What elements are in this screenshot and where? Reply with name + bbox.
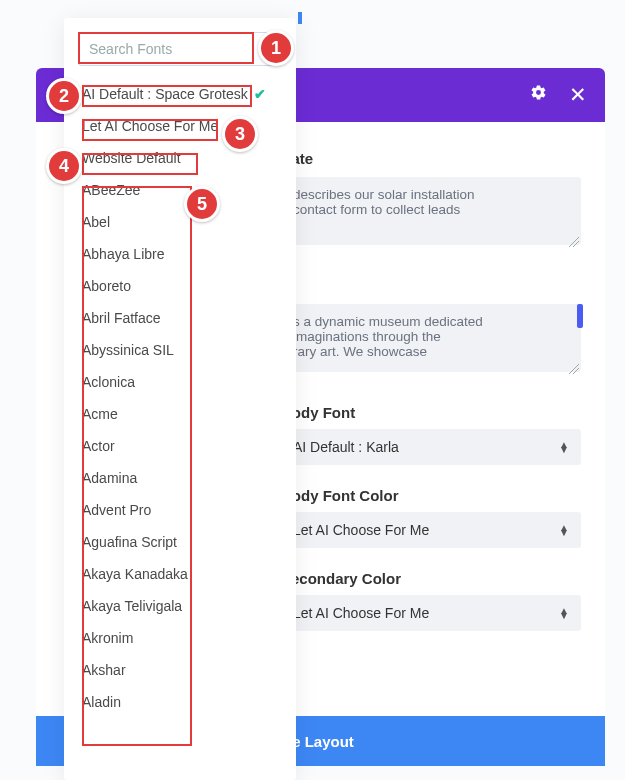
font-option[interactable]: Aguafina Script <box>64 526 296 558</box>
font-option-label: Abhaya Libre <box>82 246 165 262</box>
decorative-tick <box>298 12 302 24</box>
close-icon[interactable]: ✕ <box>569 83 587 107</box>
font-option-label: AI Default : Space Grotesk <box>82 86 248 102</box>
search-placeholder: Search Fonts <box>89 41 172 57</box>
create-textarea-wrap <box>281 177 581 249</box>
body-font-color-select[interactable]: Let AI Choose For Me ▲▼ <box>281 512 581 548</box>
font-option[interactable]: Actor <box>64 430 296 462</box>
font-option-selected[interactable]: AI Default : Space Grotesk ✔ <box>64 78 296 110</box>
font-dropdown: Search Fonts AI Default : Space Grotesk … <box>64 18 296 780</box>
font-option-label: Actor <box>82 438 115 454</box>
annotation-marker-5: 5 <box>184 186 220 222</box>
body-font-label: Body Font <box>281 404 581 421</box>
annotation-marker-1: 1 <box>258 30 294 66</box>
font-option-label: Aguafina Script <box>82 534 177 550</box>
secondary-color-select[interactable]: Let AI Choose For Me ▲▼ <box>281 595 581 631</box>
body-font-color-label: Body Font Color <box>281 487 581 504</box>
secondary-color-label: Secondary Color <box>281 570 581 587</box>
font-option-label: Advent Pro <box>82 502 151 518</box>
font-option-label: Adamina <box>82 470 137 486</box>
font-option-label: Abel <box>82 214 110 230</box>
font-option-label: Akshar <box>82 662 126 678</box>
font-option-label: ABeeZee <box>82 182 140 198</box>
font-option[interactable]: Acme <box>64 398 296 430</box>
gear-icon[interactable] <box>530 84 547 106</box>
optional-textarea[interactable] <box>281 304 581 372</box>
font-option[interactable]: Akshar <box>64 654 296 686</box>
font-option-label: Website Default <box>82 150 181 166</box>
font-option-label: Akronim <box>82 630 133 646</box>
font-option[interactable]: Abyssinica SIL <box>64 334 296 366</box>
check-icon: ✔ <box>254 86 266 102</box>
font-option-label: Acme <box>82 406 118 422</box>
font-option[interactable]: ABeeZee <box>64 174 296 206</box>
annotation-marker-2: 2 <box>46 78 82 114</box>
font-option[interactable]: Aladin <box>64 686 296 718</box>
body-font-color-value: Let AI Choose For Me <box>293 522 429 538</box>
font-option[interactable]: Aclonica <box>64 366 296 398</box>
font-option-label: Akaya Telivigala <box>82 598 182 614</box>
secondary-color-value: Let AI Choose For Me <box>293 605 429 621</box>
font-option[interactable]: Abril Fatface <box>64 302 296 334</box>
generate-layout-label: te Layout <box>287 733 354 750</box>
resize-handle[interactable] <box>569 237 579 247</box>
font-option-default[interactable]: Website Default <box>64 142 296 174</box>
font-option-label: Aboreto <box>82 278 131 294</box>
font-option-label: Abyssinica SIL <box>82 342 174 358</box>
body-font-value: AI Default : Karla <box>293 439 399 455</box>
font-option-label: Akaya Kanadaka <box>82 566 188 582</box>
font-option-ai[interactable]: Let AI Choose For Me <box>64 110 296 142</box>
font-option[interactable]: Akaya Telivigala <box>64 590 296 622</box>
resize-handle[interactable] <box>569 364 579 374</box>
scrollbar-thumb[interactable] <box>577 304 583 328</box>
select-caret-icon: ▲▼ <box>559 525 569 535</box>
font-option[interactable]: Advent Pro <box>64 494 296 526</box>
font-option-label: Aclonica <box>82 374 135 390</box>
annotation-marker-4: 4 <box>46 148 82 184</box>
font-option[interactable]: Abel <box>64 206 296 238</box>
font-option[interactable]: Aboreto <box>64 270 296 302</box>
font-option-label: Let AI Choose For Me <box>82 118 218 134</box>
select-caret-icon: ▲▼ <box>559 442 569 452</box>
font-option[interactable]: Abhaya Libre <box>64 238 296 270</box>
font-option[interactable]: Akronim <box>64 622 296 654</box>
optional-textarea-wrap <box>281 304 581 376</box>
font-option[interactable]: Adamina <box>64 462 296 494</box>
search-input[interactable]: Search Fonts <box>78 32 282 66</box>
font-option-label: Aladin <box>82 694 121 710</box>
font-option[interactable]: Akaya Kanadaka <box>64 558 296 590</box>
annotation-marker-3: 3 <box>222 116 258 152</box>
body-font-select[interactable]: AI Default : Karla ▲▼ <box>281 429 581 465</box>
create-textarea[interactable] <box>281 177 581 245</box>
select-caret-icon: ▲▼ <box>559 608 569 618</box>
font-list: AI Default : Space Grotesk ✔ Let AI Choo… <box>64 74 296 722</box>
font-option-label: Abril Fatface <box>82 310 161 326</box>
